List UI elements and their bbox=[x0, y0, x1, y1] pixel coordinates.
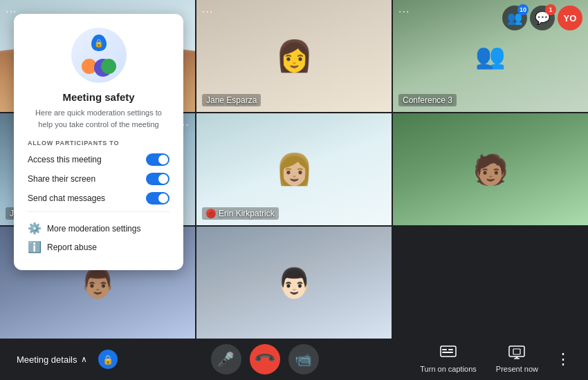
more-moderation-link[interactable]: ⚙️ More moderation settings bbox=[28, 219, 169, 238]
toggle-label-chat: Send chat messages bbox=[28, 193, 105, 203]
svg-rect-1 bbox=[442, 349, 447, 350]
participant-name: Conference 3 bbox=[398, 94, 457, 106]
header-icons: 👥 10 💬 1 YO bbox=[502, 6, 582, 30]
participant-name: Jane Esparza bbox=[202, 94, 261, 106]
toolbar: Meeting details ∧ 🔒 🎤 📞 📹 bbox=[0, 339, 588, 380]
more-moderation-label: More moderation settings bbox=[47, 224, 140, 234]
illustration-circle: 🔒 bbox=[71, 28, 127, 83]
more-options-button[interactable]: ⋮ bbox=[549, 345, 577, 373]
participant-name: 🚫 Erin Kirkpatrick bbox=[202, 207, 279, 220]
more-icon: ⋮ bbox=[555, 352, 571, 367]
safety-divider bbox=[28, 211, 169, 212]
svg-rect-4 bbox=[509, 346, 524, 357]
report-abuse-label: Report abuse bbox=[47, 243, 97, 252]
svg-rect-2 bbox=[448, 349, 453, 350]
toggle-row-chat: Send chat messages bbox=[28, 192, 169, 205]
video-tile: 👨🏻 bbox=[196, 227, 392, 339]
user-avatar[interactable]: YO bbox=[558, 6, 582, 30]
participant-avatar: 👨🏻 bbox=[196, 227, 392, 339]
participants-button[interactable]: 👥 10 bbox=[502, 6, 527, 30]
meeting-details-label: Meeting details bbox=[17, 354, 77, 365]
toolbar-right: Turn on captions Present now ⋮ bbox=[412, 343, 577, 376]
toggle-chat[interactable] bbox=[146, 192, 169, 205]
info-icon: ℹ️ bbox=[28, 240, 42, 254]
chevron-up-icon: ∧ bbox=[81, 354, 87, 364]
toolbar-left: Meeting details ∧ 🔒 bbox=[11, 350, 118, 369]
chat-button[interactable]: 💬 1 bbox=[530, 6, 555, 30]
safety-description: Here are quick moderation settings to he… bbox=[28, 107, 169, 130]
mic-icon: 🎤 bbox=[217, 351, 235, 368]
toggle-screen[interactable] bbox=[146, 173, 169, 185]
shield-icon: 🔒 bbox=[102, 354, 113, 365]
mic-button[interactable]: 🎤 bbox=[211, 344, 241, 374]
toggle-row-access: Access this meeting bbox=[28, 153, 169, 166]
chat-badge: 1 bbox=[545, 4, 556, 15]
gear-icon: ⚙️ bbox=[28, 222, 42, 235]
video-tile: 👩 ··· Jane Esparza bbox=[196, 0, 392, 112]
report-abuse-link[interactable]: ℹ️ Report abuse bbox=[28, 238, 169, 256]
toggle-row-screen: Share their screen bbox=[28, 173, 169, 185]
captions-label: Turn on captions bbox=[420, 365, 477, 373]
tile-options[interactable]: ··· bbox=[398, 6, 410, 18]
avatar-initials: YO bbox=[564, 13, 577, 23]
hangup-icon: 📞 bbox=[253, 348, 277, 372]
illustration-people: 🔒 bbox=[75, 31, 123, 79]
svg-rect-0 bbox=[441, 346, 456, 357]
captions-button[interactable]: Turn on captions bbox=[412, 343, 485, 376]
camera-button[interactable]: 📹 bbox=[288, 344, 319, 374]
hangup-button[interactable]: 📞 bbox=[244, 338, 286, 380]
toolbar-center: 🎤 📞 📹 bbox=[211, 344, 319, 374]
safety-illustration: 🔒 bbox=[28, 28, 169, 83]
toggle-access[interactable] bbox=[146, 153, 169, 166]
present-icon bbox=[508, 345, 525, 363]
safety-section-label: ALLOW PARTICIPANTS TO bbox=[28, 140, 169, 146]
mic-off-icon: 🚫 bbox=[206, 209, 216, 218]
safety-title: Meeting safety bbox=[28, 91, 169, 103]
camera-icon: 📹 bbox=[295, 351, 312, 368]
participants-badge: 10 bbox=[517, 4, 529, 15]
person-icon-3 bbox=[101, 59, 116, 74]
safety-panel: 🔒 Meeting safety Here are quick moderati… bbox=[14, 14, 183, 270]
video-tile: 🧑🏽 bbox=[393, 113, 588, 225]
toggle-label-screen: Share their screen bbox=[28, 174, 95, 184]
shield-icon: 🔒 bbox=[91, 35, 107, 51]
video-tile: 👩🏼 🚫 Erin Kirkpatrick bbox=[196, 113, 392, 225]
svg-rect-5 bbox=[513, 349, 520, 354]
present-now-label: Present now bbox=[496, 365, 538, 373]
present-now-button[interactable]: Present now bbox=[488, 343, 546, 376]
toggle-label-access: Access this meeting bbox=[28, 155, 102, 164]
meeting-details-button[interactable]: Meeting details ∧ bbox=[11, 350, 93, 369]
participant-avatar: 🧑🏽 bbox=[393, 113, 588, 225]
svg-rect-3 bbox=[442, 352, 453, 353]
tile-options[interactable]: ··· bbox=[202, 6, 213, 18]
captions-icon bbox=[440, 345, 457, 363]
security-badge[interactable]: 🔒 bbox=[98, 350, 118, 369]
